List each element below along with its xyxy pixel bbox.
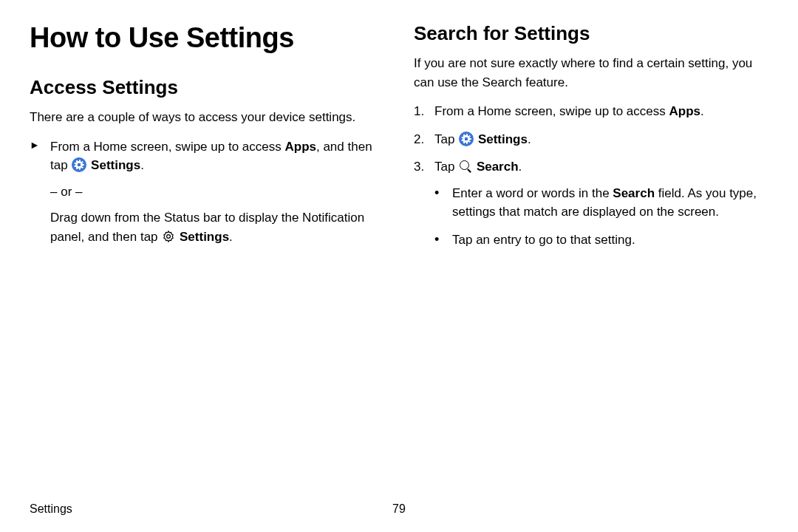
step-number: 3. <box>414 157 424 177</box>
text: Tap an entry to go to that setting. <box>452 233 635 247</box>
text: Enter a word or words in the <box>452 186 613 200</box>
svg-point-0 <box>167 234 171 238</box>
search-substep-1: • Enter a word or words in the Search fi… <box>434 184 768 222</box>
search-label: Search <box>477 160 519 174</box>
settings-icon <box>459 132 474 146</box>
text: . <box>528 132 531 146</box>
bullet-icon: • <box>434 231 439 249</box>
search-substeps: • Enter a word or words in the Search fi… <box>434 184 768 250</box>
triangle-bullet-icon: ► <box>30 137 40 153</box>
step-number: 2. <box>414 130 424 149</box>
right-column: Search for Settings If you are not sure … <box>414 22 768 258</box>
apps-label: Apps <box>284 140 316 154</box>
search-step-3: 3. Tap Search. • Enter a word or words i… <box>414 157 768 249</box>
or-separator: – or – <box>30 183 384 202</box>
search-step-2: 2. Tap Settings. <box>414 130 768 149</box>
page-title: How to Use Settings <box>30 22 384 54</box>
text: . <box>229 230 233 244</box>
search-settings-heading: Search for Settings <box>414 22 768 45</box>
page-footer: Settings 79 <box>30 502 768 516</box>
settings-label: Settings <box>180 230 229 244</box>
apps-label: Apps <box>669 104 700 118</box>
text: . <box>700 104 704 118</box>
text: . <box>140 158 144 172</box>
footer-page-number: 79 <box>392 502 406 516</box>
search-substep-2: • Tap an entry to go to that setting. <box>434 231 768 250</box>
text: From a Home screen, swipe up to access <box>434 104 669 118</box>
settings-label: Settings <box>91 158 140 172</box>
settings-label: Settings <box>478 132 528 146</box>
search-steps: 1. From a Home screen, swipe up to acces… <box>414 102 768 249</box>
search-icon <box>459 160 472 173</box>
access-step-primary: ► From a Home screen, swipe up to access… <box>30 137 384 175</box>
settings-outline-icon <box>162 230 175 243</box>
text: . <box>519 160 522 174</box>
access-settings-heading: Access Settings <box>30 76 384 99</box>
bullet-icon: • <box>434 184 439 202</box>
access-step-alt: Drag down from the Status bar to display… <box>30 208 384 246</box>
search-field-label: Search <box>613 186 655 200</box>
search-step-1: 1. From a Home screen, swipe up to acces… <box>414 102 768 121</box>
left-column: How to Use Settings Access Settings Ther… <box>30 22 384 258</box>
settings-icon <box>72 157 86 172</box>
access-steps: ► From a Home screen, swipe up to access… <box>30 137 384 175</box>
step-number: 1. <box>414 102 424 121</box>
text: Tap <box>434 132 458 146</box>
text: Tap <box>434 160 458 174</box>
search-intro: If you are not sure exactly where to fin… <box>414 54 768 92</box>
text: From a Home screen, swipe up to access <box>50 140 284 154</box>
access-intro: There are a couple of ways to access you… <box>30 108 384 127</box>
